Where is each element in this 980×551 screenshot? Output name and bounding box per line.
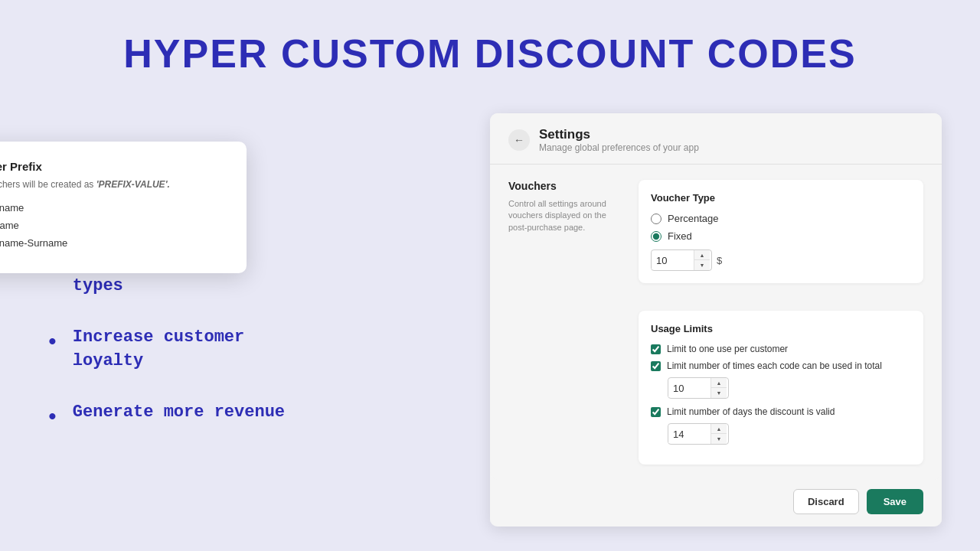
total-uses-row: ▲ ▼ bbox=[668, 377, 911, 399]
limit-total-label: Limit number of times each code can be u… bbox=[667, 360, 882, 371]
voucher-type-heading: Voucher Type bbox=[651, 192, 911, 204]
usage-limits-heading: Usage Limits bbox=[651, 323, 911, 334]
settings-footer: Discard Save bbox=[490, 480, 942, 527]
voucher-value-input[interactable] bbox=[652, 252, 694, 269]
total-uses-input[interactable] bbox=[668, 380, 710, 397]
vouchers-section: Vouchers Control all settings around vou… bbox=[508, 180, 623, 283]
back-icon: ← bbox=[514, 134, 524, 146]
voucher-value-down[interactable]: ▼ bbox=[694, 260, 710, 270]
voucher-type-section: Voucher Type Percentage Fixed ▲ ▼ $ bbox=[639, 180, 923, 283]
limit-total-checkbox[interactable] bbox=[651, 361, 661, 371]
save-button[interactable]: Save bbox=[867, 489, 923, 514]
voucher-prefix-popup: Voucher Prefix Your vouchers will be cre… bbox=[0, 142, 247, 273]
voucher-value-spinners: ▲ ▼ bbox=[694, 250, 710, 270]
total-uses-down[interactable]: ▼ bbox=[711, 388, 727, 398]
settings-body: Vouchers Control all settings around vou… bbox=[490, 165, 942, 298]
days-valid-input-box[interactable]: ▲ ▼ bbox=[668, 423, 729, 445]
days-valid-spinners: ▲ ▼ bbox=[710, 424, 727, 444]
settings-header: ← Settings Manage global preferences of … bbox=[490, 113, 942, 165]
discard-button[interactable]: Discard bbox=[793, 489, 859, 514]
page-title: HYPER CUSTOM DISCOUNT CODES bbox=[0, 0, 980, 77]
percentage-label: Percentage bbox=[668, 213, 719, 224]
limit-per-customer-label: Limit to one use per customer bbox=[667, 344, 788, 354]
settings-subtitle: Manage global preferences of your app bbox=[539, 142, 699, 153]
usage-limits-section: Usage Limits Limit to one use per custom… bbox=[490, 298, 942, 480]
days-valid-down[interactable]: ▼ bbox=[711, 434, 727, 444]
prefix-popup-desc: Your vouchers will be created as 'PREFIX… bbox=[0, 179, 225, 190]
voucher-value-row: ▲ ▼ $ bbox=[651, 249, 911, 271]
days-valid-up[interactable]: ▲ bbox=[711, 424, 727, 434]
prefix-forename[interactable]: Forename bbox=[0, 202, 225, 214]
settings-title-block: Settings Manage global preferences of yo… bbox=[539, 127, 699, 153]
days-valid-row: ▲ ▼ bbox=[668, 423, 911, 445]
forename-label: Forename bbox=[0, 202, 24, 214]
limit-per-customer-checkbox[interactable] bbox=[651, 344, 661, 354]
voucher-currency: $ bbox=[717, 255, 722, 266]
voucher-value-up[interactable]: ▲ bbox=[694, 250, 710, 260]
total-uses-spinners: ▲ ▼ bbox=[710, 378, 727, 398]
settings-title: Settings bbox=[539, 127, 699, 142]
voucher-type-percentage[interactable]: Percentage bbox=[651, 213, 911, 224]
forename-surname-label: Forename-Surname bbox=[0, 237, 67, 249]
limit-days-label: Limit number of days the discount is val… bbox=[667, 406, 835, 417]
usage-limit-total[interactable]: Limit number of times each code can be u… bbox=[651, 360, 911, 371]
prefix-popup-heading: Voucher Prefix bbox=[0, 160, 225, 173]
fixed-radio[interactable] bbox=[651, 231, 662, 242]
fixed-label: Fixed bbox=[668, 230, 692, 242]
usage-limit-per-customer[interactable]: Limit to one use per customer bbox=[651, 344, 911, 354]
prefix-surname[interactable]: Surname bbox=[0, 220, 225, 231]
settings-panel: ← Settings Manage global preferences of … bbox=[490, 113, 942, 527]
surname-label: Surname bbox=[0, 220, 19, 231]
voucher-value-input-box[interactable]: ▲ ▼ bbox=[651, 249, 712, 271]
bullet-item-4: Generate more revenue bbox=[46, 401, 285, 432]
prefix-desc-text: Your vouchers will be created as bbox=[0, 179, 96, 190]
vouchers-description: Control all settings around vouchers dis… bbox=[508, 198, 623, 233]
prefix-desc-value: 'PREFIX-VALUE'. bbox=[96, 179, 170, 190]
bullet-item-3: Increase customer loyalty bbox=[46, 326, 285, 373]
usage-limits-box: Usage Limits Limit to one use per custom… bbox=[639, 311, 923, 465]
prefix-forename-surname[interactable]: Forename-Surname bbox=[0, 237, 225, 249]
vouchers-heading: Vouchers bbox=[508, 180, 623, 192]
usage-limit-days[interactable]: Limit number of days the discount is val… bbox=[651, 406, 911, 417]
total-uses-up[interactable]: ▲ bbox=[711, 378, 727, 388]
limit-days-checkbox[interactable] bbox=[651, 407, 661, 417]
days-valid-input[interactable] bbox=[668, 425, 710, 443]
voucher-type-fixed[interactable]: Fixed bbox=[651, 230, 911, 242]
percentage-radio[interactable] bbox=[651, 214, 662, 224]
total-uses-input-box[interactable]: ▲ ▼ bbox=[668, 377, 729, 399]
back-button[interactable]: ← bbox=[508, 129, 530, 151]
